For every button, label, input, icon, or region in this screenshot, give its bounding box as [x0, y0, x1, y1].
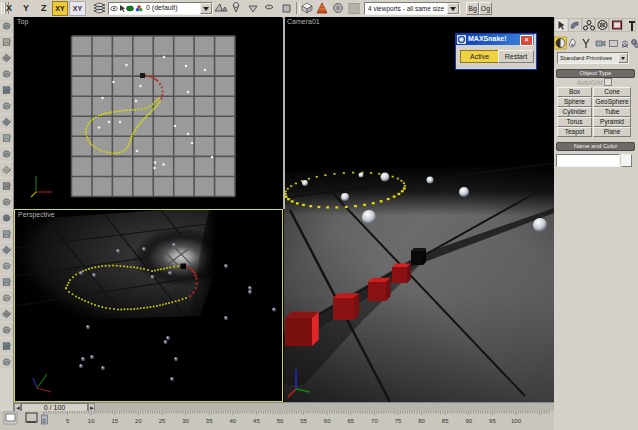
svg-text:45: 45: [253, 418, 260, 424]
svg-text:30: 30: [182, 418, 189, 424]
svg-text:75: 75: [395, 418, 402, 424]
svg-text:35: 35: [206, 418, 213, 424]
svg-text:55: 55: [300, 418, 307, 424]
svg-text:85: 85: [442, 418, 449, 424]
svg-text:70: 70: [371, 418, 378, 424]
svg-text:20: 20: [135, 418, 142, 424]
svg-text:15: 15: [111, 418, 118, 424]
svg-text:90: 90: [465, 418, 472, 424]
svg-text:40: 40: [229, 418, 236, 424]
svg-text:65: 65: [347, 418, 354, 424]
svg-text:10: 10: [88, 418, 95, 424]
svg-text:100: 100: [511, 418, 522, 424]
svg-text:50: 50: [277, 418, 284, 424]
svg-text:5: 5: [66, 418, 70, 424]
svg-text:60: 60: [324, 418, 331, 424]
svg-text:80: 80: [418, 418, 425, 424]
svg-text:25: 25: [159, 418, 166, 424]
svg-text:95: 95: [489, 418, 496, 424]
